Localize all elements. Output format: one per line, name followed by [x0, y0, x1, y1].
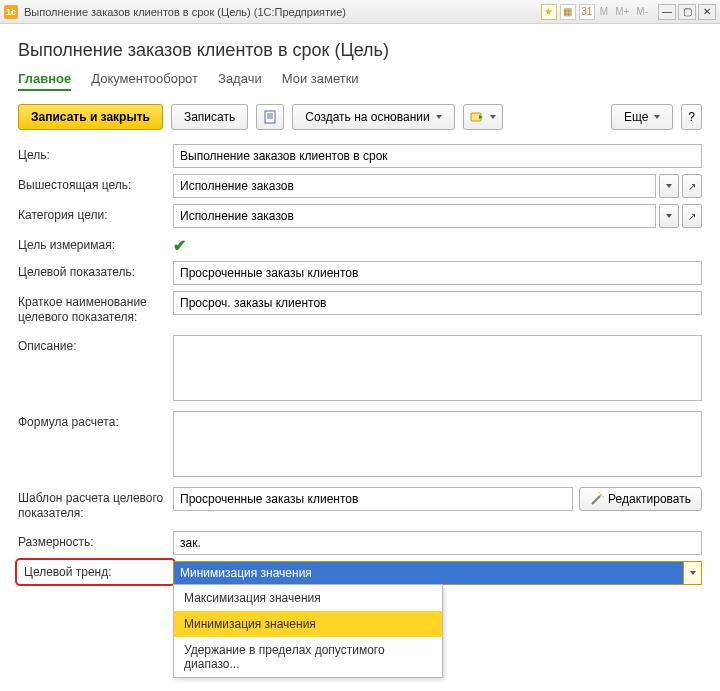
- trend-label: Целевой тренд:: [18, 561, 173, 583]
- description-label: Описание:: [18, 335, 173, 353]
- window-controls: — ▢ ✕: [658, 4, 716, 20]
- toolbar: Записать и закрыть Записать Создать на о…: [18, 104, 702, 130]
- trend-dropdown-toggle[interactable]: [683, 562, 701, 584]
- category-input[interactable]: [173, 204, 656, 228]
- tabs: Главное Документооборот Задачи Мои замет…: [18, 71, 702, 92]
- calendar-icon[interactable]: 31: [579, 4, 595, 20]
- more-button[interactable]: Еще: [611, 104, 673, 130]
- short-name-input[interactable]: [173, 291, 702, 315]
- measurable-label: Цель измеримая:: [18, 234, 173, 252]
- form: Цель: Вышестоящая цель: ↗ Категория цели…: [18, 144, 702, 585]
- dimension-input[interactable]: [173, 531, 702, 555]
- svg-point-7: [602, 496, 603, 497]
- memory-m[interactable]: M: [598, 6, 610, 17]
- svg-point-6: [598, 492, 599, 493]
- formula-label: Формула расчета:: [18, 411, 173, 429]
- dimension-label: Размерность:: [18, 531, 173, 549]
- tab-notes[interactable]: Мои заметки: [282, 71, 359, 91]
- help-button[interactable]: ?: [681, 104, 702, 130]
- parent-goal-open[interactable]: ↗: [682, 174, 702, 198]
- minimize-button[interactable]: —: [658, 4, 676, 20]
- goal-input[interactable]: [173, 144, 702, 168]
- report-button[interactable]: [256, 104, 284, 130]
- category-label: Категория цели:: [18, 204, 173, 222]
- chevron-down-icon: [436, 115, 442, 119]
- page-title: Выполнение заказов клиентов в срок (Цель…: [18, 40, 702, 61]
- magic-wand-icon: [590, 492, 604, 506]
- parent-goal-label: Вышестоящая цель:: [18, 174, 173, 192]
- tab-tasks[interactable]: Задачи: [218, 71, 262, 91]
- trend-option-min[interactable]: Минимизация значения: [174, 611, 442, 637]
- trend-option-max[interactable]: Максимизация значения: [174, 585, 442, 611]
- calculator-icon[interactable]: ▦: [560, 4, 576, 20]
- window-title-bar: 1c Выполнение заказов клиентов в срок (Ц…: [0, 0, 720, 24]
- trend-option-range[interactable]: Удержание в пределах допустимого диапазо…: [174, 637, 442, 677]
- chevron-down-icon: [666, 184, 672, 188]
- tab-main[interactable]: Главное: [18, 71, 71, 91]
- indicator-input[interactable]: [173, 261, 702, 285]
- trend-dropdown-list: Максимизация значения Минимизация значен…: [173, 584, 443, 678]
- memory-m-minus[interactable]: M-: [634, 6, 650, 17]
- document-icon: [263, 110, 277, 124]
- trend-selected-value: Минимизация значения: [174, 562, 683, 584]
- title-toolbar: ★ ▦ 31 M M+ M-: [541, 4, 650, 20]
- parent-goal-input[interactable]: [173, 174, 656, 198]
- favorite-icon[interactable]: ★: [541, 4, 557, 20]
- chevron-down-icon: [690, 571, 696, 575]
- description-textarea[interactable]: [173, 335, 702, 401]
- app-icon: 1c: [4, 5, 18, 19]
- formula-textarea[interactable]: [173, 411, 702, 477]
- template-edit-button[interactable]: Редактировать: [579, 487, 702, 511]
- save-button[interactable]: Записать: [171, 104, 248, 130]
- svg-rect-0: [265, 111, 275, 123]
- trend-select[interactable]: Минимизация значения Максимизация значен…: [173, 561, 702, 585]
- save-and-close-button[interactable]: Записать и закрыть: [18, 104, 163, 130]
- window-title: Выполнение заказов клиентов в срок (Цель…: [24, 6, 541, 18]
- tab-docflow[interactable]: Документооборот: [91, 71, 198, 91]
- folder-arrow-icon: [470, 110, 484, 124]
- memory-m-plus[interactable]: M+: [613, 6, 631, 17]
- maximize-button[interactable]: ▢: [678, 4, 696, 20]
- short-name-label: Краткое наименование целевого показателя…: [18, 291, 173, 325]
- close-button[interactable]: ✕: [698, 4, 716, 20]
- attach-button[interactable]: [463, 104, 503, 130]
- category-open[interactable]: ↗: [682, 204, 702, 228]
- chevron-down-icon: [490, 115, 496, 119]
- goal-label: Цель:: [18, 144, 173, 162]
- indicator-label: Целевой показатель:: [18, 261, 173, 279]
- create-based-button[interactable]: Создать на основании: [292, 104, 455, 130]
- chevron-down-icon: [654, 115, 660, 119]
- parent-goal-dropdown[interactable]: [659, 174, 679, 198]
- measurable-checkbox[interactable]: ✔: [173, 236, 186, 255]
- category-dropdown[interactable]: [659, 204, 679, 228]
- template-label: Шаблон расчета целевого показателя:: [18, 487, 173, 521]
- svg-point-5: [600, 494, 602, 496]
- template-input[interactable]: [173, 487, 573, 511]
- chevron-down-icon: [666, 214, 672, 218]
